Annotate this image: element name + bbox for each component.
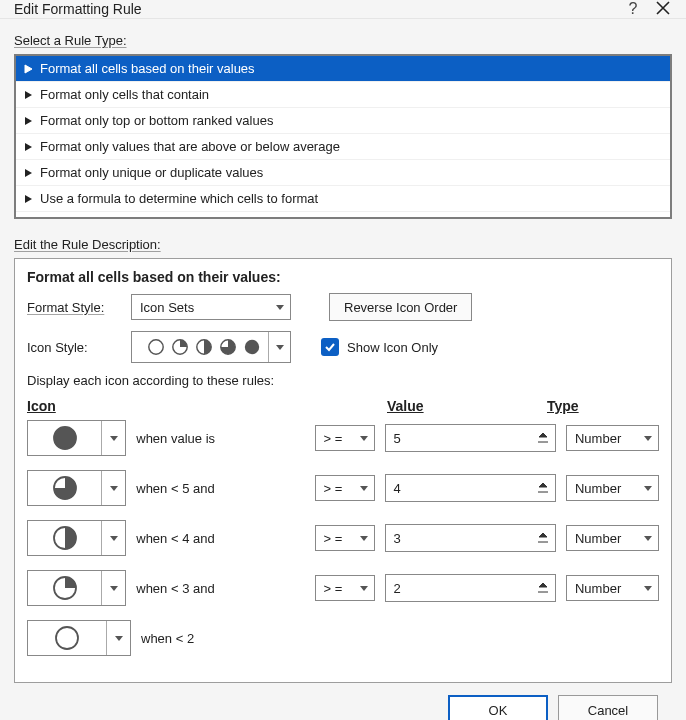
icon-rule-row: when < 2	[27, 620, 659, 656]
cancel-button[interactable]: Cancel	[558, 695, 658, 720]
type-select[interactable]: Number	[566, 525, 659, 551]
range-picker-icon[interactable]	[535, 480, 551, 496]
range-picker-icon[interactable]	[535, 430, 551, 446]
show-icon-only-label: Show Icon Only	[347, 340, 438, 355]
rule-type-item[interactable]: Use a formula to determine which cells t…	[16, 186, 670, 212]
arrow-right-icon	[24, 116, 34, 126]
arrow-right-icon	[24, 194, 34, 204]
rule-description-panel: Format all cells based on their values: …	[14, 258, 672, 683]
display-rules-label: Display each icon according to these rul…	[27, 373, 659, 388]
icon-select[interactable]	[27, 570, 126, 606]
type-select[interactable]: Number	[566, 425, 659, 451]
type-select[interactable]: Number	[566, 475, 659, 501]
value-input[interactable]: 2	[385, 574, 556, 602]
when-label: when < 2	[141, 631, 271, 646]
when-label: when value is	[136, 431, 260, 446]
type-select[interactable]: Number	[566, 575, 659, 601]
icon-select[interactable]	[27, 620, 131, 656]
show-icon-only-checkbox[interactable]	[321, 338, 339, 356]
rule-type-item[interactable]: Format only cells that contain	[16, 82, 670, 108]
when-label: when < 4 and	[136, 531, 260, 546]
operator-select[interactable]: > =	[315, 575, 375, 601]
icon-select[interactable]	[27, 470, 126, 506]
range-picker-icon[interactable]	[535, 530, 551, 546]
operator-select[interactable]: > =	[315, 475, 375, 501]
svg-point-4	[245, 340, 259, 354]
icon-rule-row: when < 5 and> =4Number	[27, 470, 659, 506]
chevron-down-icon[interactable]	[101, 521, 125, 555]
format-style-select[interactable]: Icon Sets	[131, 294, 291, 320]
icon-rule-row: when < 3 and> =2Number	[27, 570, 659, 606]
chevron-down-icon[interactable]	[101, 571, 125, 605]
ok-button[interactable]: OK	[448, 695, 548, 720]
format-style-label: Format Style:	[27, 300, 117, 315]
value-input[interactable]: 4	[385, 474, 556, 502]
arrow-right-icon	[24, 142, 34, 152]
reverse-icon-order-button[interactable]: Reverse Icon Order	[329, 293, 472, 321]
arrow-right-icon	[24, 64, 34, 74]
svg-point-0	[149, 340, 163, 354]
titlebar: Edit Formatting Rule ?	[0, 0, 686, 19]
svg-point-9	[56, 627, 78, 649]
icon-rule-row: when < 4 and> =3Number	[27, 520, 659, 556]
chevron-down-icon[interactable]	[101, 471, 125, 505]
dialog-window: Edit Formatting Rule ? Select a Rule Typ…	[0, 0, 686, 720]
arrow-right-icon	[24, 168, 34, 178]
value-input[interactable]: 3	[385, 524, 556, 552]
arrow-right-icon	[24, 90, 34, 100]
when-label: when < 3 and	[136, 581, 260, 596]
dialog-footer: OK Cancel	[14, 683, 672, 720]
when-label: when < 5 and	[136, 481, 260, 496]
rule-column-headers: Icon Value Type	[27, 398, 659, 414]
value-input[interactable]: 5	[385, 424, 556, 452]
operator-select[interactable]: > =	[315, 425, 375, 451]
window-title: Edit Formatting Rule	[14, 1, 618, 17]
close-icon[interactable]	[648, 1, 678, 18]
chevron-down-icon[interactable]	[106, 621, 130, 655]
rule-type-item[interactable]: Format only values that are above or bel…	[16, 134, 670, 160]
rule-type-item[interactable]: Format all cells based on their values	[16, 56, 670, 82]
edit-rule-description-label: Edit the Rule Description:	[14, 237, 672, 252]
rule-type-list[interactable]: Format all cells based on their valuesFo…	[14, 54, 672, 219]
chevron-down-icon[interactable]	[268, 332, 290, 362]
operator-select[interactable]: > =	[315, 525, 375, 551]
rule-description-heading: Format all cells based on their values:	[27, 269, 659, 285]
rule-type-item[interactable]: Format only unique or duplicate values	[16, 160, 670, 186]
range-picker-icon[interactable]	[535, 580, 551, 596]
rule-type-item[interactable]: Format only top or bottom ranked values	[16, 108, 670, 134]
icon-rule-row: when value is> =5Number	[27, 420, 659, 456]
icon-select[interactable]	[27, 520, 126, 556]
svg-point-5	[54, 427, 76, 449]
select-rule-type-label: Select a Rule Type:	[14, 33, 672, 48]
icon-style-label: Icon Style:	[27, 340, 117, 355]
icon-style-select[interactable]	[131, 331, 291, 363]
chevron-down-icon[interactable]	[101, 421, 125, 455]
help-icon[interactable]: ?	[618, 0, 648, 18]
icon-rules-container: when value is> =5Numberwhen < 5 and> =4N…	[27, 420, 659, 656]
icon-select[interactable]	[27, 420, 126, 456]
